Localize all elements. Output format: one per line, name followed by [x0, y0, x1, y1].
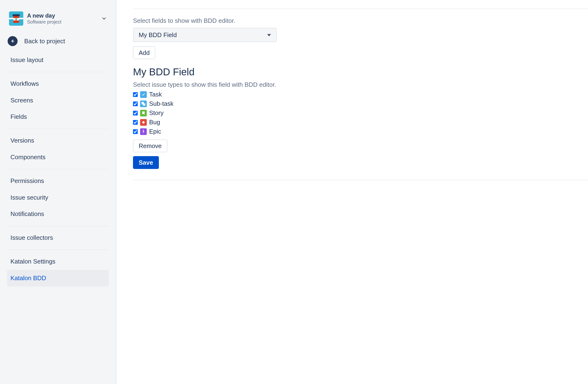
- sidebar-item-katalon-settings[interactable]: Katalon Settings: [7, 253, 109, 270]
- sidebar-item-workflows[interactable]: Workflows: [7, 76, 109, 92]
- nav-group-2: Versions Components: [7, 129, 109, 169]
- checkbox-subtask[interactable]: [133, 101, 138, 106]
- remove-button[interactable]: Remove: [133, 139, 168, 152]
- project-avatar: [9, 11, 23, 26]
- nav-group-0: Issue layout: [7, 51, 109, 72]
- issue-type-row-epic: Epic: [133, 128, 588, 135]
- project-info: A new day Software project: [27, 12, 62, 25]
- sidebar-item-components[interactable]: Components: [7, 149, 109, 166]
- sidebar-item-versions[interactable]: Versions: [7, 132, 109, 149]
- issue-type-label: Sub-task: [149, 100, 174, 107]
- issue-type-label: Bug: [149, 119, 160, 126]
- field-dropdown-value: My BDD Field: [139, 31, 177, 39]
- field-selector-label: Select fields to show with BDD editor.: [133, 17, 588, 24]
- issue-type-row-story: Story: [133, 109, 588, 117]
- issue-type-row-bug: Bug: [133, 119, 588, 126]
- task-icon: [140, 91, 147, 98]
- issue-type-label: Epic: [149, 128, 161, 135]
- issue-type-label: Task: [149, 91, 162, 98]
- project-switcher[interactable]: A new day Software project: [7, 9, 109, 31]
- epic-icon: [140, 128, 147, 135]
- sidebar-item-issue-collectors[interactable]: Issue collectors: [7, 229, 109, 246]
- checkbox-epic[interactable]: [133, 129, 138, 134]
- field-dropdown[interactable]: My BDD Field: [133, 28, 277, 42]
- nav-group-1: Workflows Screens Fields: [7, 72, 109, 129]
- sidebar-item-issue-layout[interactable]: Issue layout: [7, 52, 109, 68]
- issue-type-label: Story: [149, 109, 164, 117]
- sidebar-item-fields[interactable]: Fields: [7, 109, 109, 125]
- save-button[interactable]: Save: [133, 156, 159, 169]
- sidebar-item-katalon-bdd[interactable]: Katalon BDD: [7, 270, 109, 287]
- subtask-icon: [140, 101, 147, 107]
- project-title: A new day: [27, 12, 62, 19]
- sidebar: A new day Software project Back to proje…: [0, 0, 116, 384]
- sidebar-item-screens[interactable]: Screens: [7, 92, 109, 109]
- add-button[interactable]: Add: [133, 46, 155, 59]
- svg-rect-1: [143, 103, 145, 106]
- back-arrow-icon: [8, 36, 18, 46]
- bug-icon: [140, 119, 147, 126]
- sidebar-item-notifications[interactable]: Notifications: [7, 206, 109, 223]
- back-label: Back to project: [24, 38, 65, 45]
- caret-down-icon: [267, 31, 271, 39]
- issue-type-row-task: Task: [133, 91, 588, 98]
- project-subtitle: Software project: [27, 19, 62, 25]
- chevron-down-icon[interactable]: [101, 16, 107, 21]
- field-heading: My BDD Field: [133, 66, 588, 78]
- back-to-project[interactable]: Back to project: [7, 31, 109, 51]
- story-icon: [140, 110, 147, 116]
- nav-group-3: Permissions Issue security Notifications: [7, 169, 109, 226]
- sidebar-item-issue-security[interactable]: Issue security: [7, 189, 109, 206]
- checkbox-story[interactable]: [133, 111, 138, 115]
- issue-type-row-subtask: Sub-task: [133, 100, 588, 107]
- checkbox-task[interactable]: [133, 92, 138, 97]
- issue-types-help: Select issue types to show this field wi…: [133, 81, 588, 88]
- divider-bottom: [133, 180, 588, 180]
- checkbox-bug[interactable]: [133, 120, 138, 125]
- main-content: Select fields to show with BDD editor. M…: [116, 0, 588, 384]
- nav-group-5: Katalon Settings Katalon BDD: [7, 249, 109, 290]
- nav-group-4: Issue collectors: [7, 226, 109, 249]
- sidebar-item-permissions[interactable]: Permissions: [7, 173, 109, 189]
- issue-type-list: Task Sub-task Story: [133, 91, 588, 135]
